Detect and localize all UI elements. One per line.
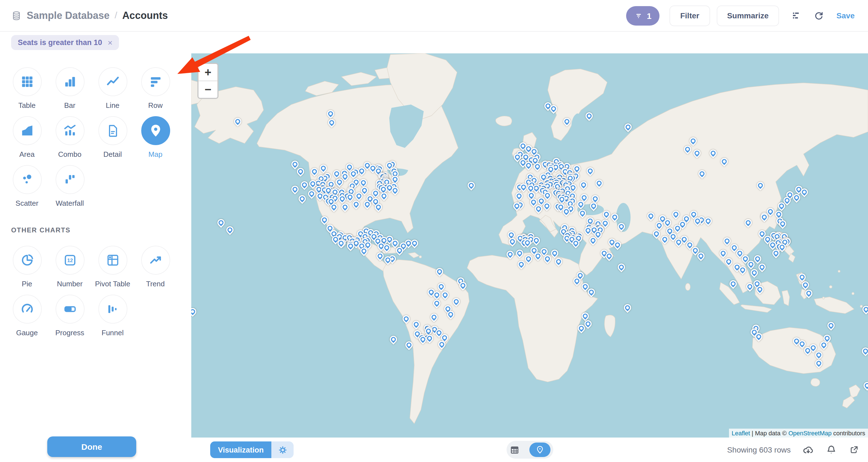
done-button[interactable]: Done: [47, 436, 136, 457]
map-pin[interactable]: [225, 225, 235, 235]
map-pin[interactable]: [434, 267, 444, 277]
map-pin[interactable]: [749, 268, 759, 278]
map-pin[interactable]: [466, 180, 476, 191]
chart-type-line[interactable]: Line: [91, 67, 134, 110]
map-pin[interactable]: [590, 193, 600, 204]
map-pin[interactable]: [722, 236, 732, 246]
map-pin[interactable]: [578, 180, 589, 190]
map-pin[interactable]: [813, 358, 824, 369]
map-pin[interactable]: [671, 209, 681, 220]
close-icon[interactable]: ×: [107, 38, 113, 47]
map-pin[interactable]: [577, 208, 587, 218]
map-pin[interactable]: [401, 314, 411, 324]
map-pin[interactable]: [295, 166, 306, 177]
map-pin[interactable]: [826, 320, 836, 331]
map-pin[interactable]: [682, 144, 692, 155]
map-pin[interactable]: [191, 307, 197, 317]
chart-type-pie[interactable]: Pie: [6, 246, 49, 288]
map-pin[interactable]: [505, 249, 515, 259]
map-pin[interactable]: [804, 288, 814, 299]
map-pin[interactable]: [646, 211, 656, 221]
zoom-in-button[interactable]: +: [198, 64, 217, 81]
map-pin[interactable]: [327, 118, 337, 128]
map-pin[interactable]: [549, 248, 560, 258]
map-pin[interactable]: [290, 159, 300, 170]
map-pin[interactable]: [516, 259, 526, 270]
save-button[interactable]: Save: [837, 11, 855, 20]
map-pin[interactable]: [616, 221, 626, 232]
bell-icon[interactable]: [826, 444, 837, 455]
chart-type-funnel[interactable]: Funnel: [91, 295, 134, 337]
map-pin[interactable]: [623, 122, 633, 132]
map-pin[interactable]: [340, 202, 350, 212]
map-pin[interactable]: [318, 163, 328, 174]
gear-icon[interactable]: [272, 441, 294, 458]
list-icon[interactable]: [792, 10, 802, 21]
map-pin[interactable]: [728, 279, 738, 289]
map-pin[interactable]: [332, 169, 342, 179]
cloud-download-icon[interactable]: [802, 444, 814, 456]
map-pin[interactable]: [610, 212, 620, 222]
map-pin[interactable]: [306, 189, 317, 199]
map-pin[interactable]: [404, 340, 414, 350]
map-pin[interactable]: [585, 166, 595, 176]
map-view-icon[interactable]: [529, 442, 550, 457]
chart-type-scatter[interactable]: Scatter: [6, 165, 49, 207]
chart-type-progress[interactable]: Progress: [49, 295, 91, 337]
map-pin[interactable]: [562, 117, 572, 127]
map-pin[interactable]: [616, 262, 626, 272]
map-pin[interactable]: [861, 304, 868, 315]
map-pin[interactable]: [622, 303, 632, 313]
chart-type-row[interactable]: Row: [134, 67, 177, 110]
map-pin[interactable]: [723, 256, 734, 267]
map-pin[interactable]: [351, 199, 361, 210]
chart-type-combo[interactable]: Combo: [49, 116, 91, 158]
map-pin[interactable]: [718, 248, 728, 258]
map-pin[interactable]: [755, 180, 766, 191]
chart-type-pivot-table[interactable]: Pivot Table: [91, 246, 134, 288]
refresh-icon[interactable]: [814, 10, 824, 21]
map-pin[interactable]: [588, 201, 598, 211]
map-pin[interactable]: [432, 298, 442, 309]
map-pin[interactable]: [216, 218, 226, 228]
map-pin[interactable]: [388, 334, 398, 345]
map-pin[interactable]: [692, 148, 702, 158]
map-pin[interactable]: [813, 350, 824, 360]
map-pin[interactable]: [290, 184, 300, 194]
map-pin[interactable]: [584, 111, 594, 121]
map-pin[interactable]: [297, 194, 307, 204]
map-pin[interactable]: [860, 346, 868, 357]
chart-type-trend[interactable]: Trend: [134, 246, 177, 288]
map-pin[interactable]: [688, 136, 698, 146]
map-pin[interactable]: [862, 380, 868, 391]
visualization-button[interactable]: Visualization: [210, 441, 272, 458]
chart-type-waterfall[interactable]: Waterfall: [49, 165, 91, 207]
map-pin[interactable]: [379, 191, 389, 201]
leaflet-link[interactable]: Leaflet: [732, 430, 750, 436]
leaflet-map[interactable]: + − Leaflet | Map data © OpenStreetMap c…: [191, 53, 868, 437]
map-pin[interactable]: [594, 178, 604, 188]
map-pin[interactable]: [358, 178, 368, 188]
map-pin[interactable]: [451, 297, 461, 307]
map-pin[interactable]: [697, 169, 707, 179]
chart-type-detail[interactable]: Detail: [91, 116, 134, 158]
chart-type-map[interactable]: Map: [134, 116, 177, 158]
chart-type-area[interactable]: Area: [6, 116, 49, 158]
map-pin[interactable]: [429, 312, 439, 322]
map-pin[interactable]: [601, 209, 611, 220]
map-pin[interactable]: [580, 311, 590, 321]
chart-type-bar[interactable]: Bar: [49, 67, 91, 110]
table-view-icon[interactable]: [509, 444, 520, 455]
chart-type-table[interactable]: Table: [6, 67, 49, 110]
summarize-button[interactable]: Summarize: [716, 5, 779, 26]
openstreetmap-link[interactable]: OpenStreetMap: [788, 430, 832, 436]
map-pin[interactable]: [719, 156, 729, 167]
map-pin[interactable]: [757, 262, 767, 272]
map-pin[interactable]: [309, 166, 319, 177]
chart-type-number[interactable]: 12Number: [49, 246, 91, 288]
filter-chip[interactable]: Seats is greater than 10 ×: [11, 35, 119, 50]
map-pin[interactable]: [319, 215, 330, 225]
map-pin[interactable]: [797, 272, 807, 282]
map-pin[interactable]: [411, 319, 421, 330]
map-pin[interactable]: [436, 282, 446, 292]
